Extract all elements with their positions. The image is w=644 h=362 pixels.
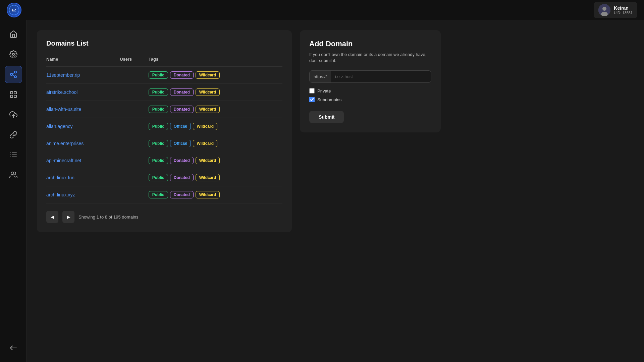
table-row: 11september.ripPublicDonatedWildcard — [46, 67, 282, 84]
input-prefix: https:// — [310, 71, 331, 82]
subdomains-row: Subdomains — [309, 97, 431, 102]
sidebar-item-users[interactable] — [5, 166, 22, 184]
domain-link[interactable]: allah.agency — [46, 124, 73, 129]
domains-table: Name Users Tags 11september.ripPublicDon… — [46, 54, 282, 203]
tag-public: Public — [149, 191, 168, 198]
domain-users — [120, 186, 149, 203]
table-row: airstrike.schoolPublicDonatedWildcard — [46, 84, 282, 101]
table-row: anime.enterprisesPublicOfficialWildcard — [46, 135, 282, 152]
subdomains-label[interactable]: Subdomains — [317, 97, 341, 102]
page-info: Showing 1 to 8 of 195 domains — [78, 215, 139, 220]
sidebar-item-link[interactable] — [5, 126, 22, 143]
tag-donated: Donated — [170, 157, 194, 164]
sidebar-item-cloud[interactable] — [5, 106, 22, 123]
domain-tags: PublicDonatedWildcard — [149, 152, 282, 169]
svg-line-10 — [12, 73, 14, 74]
domain-users — [120, 135, 149, 152]
sidebar-item-profile[interactable] — [5, 86, 22, 103]
user-info[interactable]: Keiran UID: 13551 — [594, 2, 637, 18]
domain-users — [120, 169, 149, 186]
col-tags: Tags — [149, 54, 282, 67]
sidebar-item-settings[interactable] — [5, 46, 22, 63]
domain-tags: PublicDonatedWildcard — [149, 186, 282, 203]
tag-official: Official — [170, 140, 191, 147]
domain-link[interactable]: arch-linux.fun — [46, 175, 74, 180]
domain-link[interactable]: api-minecraft.net — [46, 158, 81, 163]
svg-rect-14 — [14, 95, 16, 98]
tag-public: Public — [149, 88, 168, 96]
sidebar-bottom — [0, 339, 26, 357]
domain-tags: PublicDonatedWildcard — [149, 101, 282, 118]
table-row: allah-with-us.sitePublicDonatedWildcard — [46, 101, 282, 118]
svg-rect-12 — [14, 92, 16, 94]
table-row: arch-linux.xyzPublicDonatedWildcard — [46, 186, 282, 203]
tag-donated: Donated — [170, 71, 194, 79]
tag-official: Official — [170, 123, 191, 130]
tag-wildcard: Wildcard — [196, 71, 220, 79]
user-details: Keiran UID: 13551 — [614, 5, 633, 15]
svg-line-9 — [12, 75, 14, 76]
domain-link[interactable]: arch-linux.xyz — [46, 192, 75, 197]
tag-wildcard: Wildcard — [196, 191, 220, 198]
submit-button[interactable]: Submit — [309, 111, 344, 123]
tag-wildcard: Wildcard — [196, 88, 220, 96]
tag-public: Public — [149, 106, 168, 113]
domain-users — [120, 67, 149, 84]
domain-tags: PublicOfficialWildcard — [149, 118, 282, 135]
svg-text:EZ: EZ — [12, 8, 16, 12]
add-domain-panel: Add Domain If you don't own the domain o… — [300, 30, 441, 132]
table-row: api-minecraft.netPublicDonatedWildcard — [46, 152, 282, 169]
tag-public: Public — [149, 174, 168, 181]
prev-page-button[interactable]: ◀ — [46, 211, 58, 223]
svg-point-5 — [12, 53, 14, 55]
avatar — [598, 4, 610, 16]
domain-tags: PublicOfficialWildcard — [149, 135, 282, 152]
domain-users — [120, 101, 149, 118]
user-uid: UID: 13551 — [614, 11, 633, 15]
private-label[interactable]: Private — [317, 88, 331, 94]
domain-link[interactable]: allah-with-us.site — [46, 107, 81, 112]
domain-users — [120, 84, 149, 101]
sidebar-item-home[interactable] — [5, 25, 22, 43]
tag-wildcard: Wildcard — [196, 106, 220, 113]
tag-donated: Donated — [170, 191, 194, 198]
sidebar-item-list[interactable] — [5, 146, 22, 164]
private-checkbox[interactable] — [309, 88, 315, 94]
table-row: arch-linux.funPublicDonatedWildcard — [46, 169, 282, 186]
domain-input-wrapper: https:// — [309, 70, 431, 83]
sidebar-item-share[interactable] — [5, 66, 22, 83]
tag-wildcard: Wildcard — [193, 140, 217, 147]
tag-donated: Donated — [170, 106, 194, 113]
domain-link[interactable]: airstrike.school — [46, 89, 77, 95]
domains-panel: Domains List Name Users Tags 11september… — [37, 30, 292, 232]
sidebar-collapse-button[interactable] — [5, 339, 22, 357]
pagination: ◀ ▶ Showing 1 to 8 of 195 domains — [46, 211, 282, 223]
tag-wildcard: Wildcard — [196, 157, 220, 164]
user-name: Keiran — [614, 5, 633, 11]
domain-link[interactable]: 11september.rip — [46, 72, 80, 78]
domain-link[interactable]: anime.enterprises — [46, 141, 84, 146]
domain-users — [120, 118, 149, 135]
domain-tags: PublicDonatedWildcard — [149, 84, 282, 101]
domains-panel-title: Domains List — [46, 40, 282, 47]
tag-donated: Donated — [170, 174, 194, 181]
add-domain-description: If you don't own the domain or its a dom… — [309, 52, 431, 64]
logo: EZ — [7, 3, 21, 17]
subdomains-checkbox[interactable] — [309, 97, 315, 102]
svg-rect-13 — [10, 95, 13, 98]
domain-users — [120, 152, 149, 169]
domain-tags: PublicDonatedWildcard — [149, 67, 282, 84]
next-page-button[interactable]: ▶ — [62, 211, 74, 223]
logo-icon: EZ — [7, 3, 21, 17]
col-users: Users — [120, 54, 149, 67]
svg-point-22 — [11, 172, 14, 175]
main-layout: Domains List Name Users Tags 11september… — [0, 20, 644, 362]
tag-public: Public — [149, 123, 168, 130]
svg-point-3 — [602, 7, 606, 11]
sidebar-top — [0, 25, 26, 184]
tag-public: Public — [149, 71, 168, 79]
domain-tags: PublicDonatedWildcard — [149, 169, 282, 186]
tag-public: Public — [149, 157, 168, 164]
svg-rect-11 — [10, 92, 13, 94]
domain-input[interactable] — [331, 71, 431, 82]
